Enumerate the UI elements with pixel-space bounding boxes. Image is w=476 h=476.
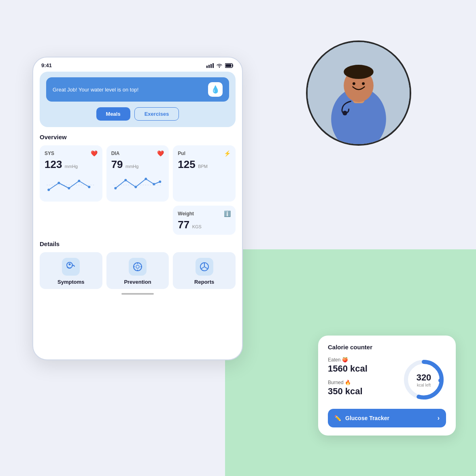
wifi-icon: [216, 63, 223, 68]
glucose-btn-label: Glucose Tracker: [345, 415, 389, 421]
svg-point-18: [68, 187, 70, 189]
burned-value: 350 kcal: [328, 386, 402, 397]
dia-card: DIA ❤️ 79 mmHg: [106, 145, 169, 202]
svg-point-16: [47, 189, 50, 191]
details-title: Details: [40, 240, 236, 247]
weight-info-icon: ℹ️: [224, 210, 231, 217]
svg-point-25: [144, 178, 147, 180]
prevention-card[interactable]: Prevention: [106, 252, 169, 289]
overview-grid: SYS ❤️ 123 mmHg: [40, 145, 236, 235]
svg-rect-9: [208, 65, 210, 68]
time-display: 9:41: [41, 62, 52, 68]
svg-point-31: [136, 265, 139, 268]
battery-icon: [225, 63, 234, 68]
reports-icon: [196, 258, 213, 276]
reports-label: Reports: [194, 279, 214, 285]
sys-value: 123: [45, 158, 62, 170]
svg-point-5: [353, 82, 355, 85]
pulse-icon: ⚡: [224, 150, 231, 157]
sys-heart-icon: ❤️: [91, 150, 98, 157]
donut-center: 320 kcal left: [416, 372, 431, 387]
dia-unit: mmHg: [125, 164, 138, 169]
phone-mockup: 9:41 Gr: [32, 57, 243, 360]
weight-value: 77: [178, 219, 189, 231]
notification-icon: 💧: [208, 82, 223, 97]
svg-point-26: [153, 183, 155, 185]
overview-title: Overview: [40, 134, 236, 140]
weight-unit: KGS: [192, 224, 202, 229]
svg-point-29: [69, 264, 71, 266]
burned-row: Burned 🔥 350 kcal: [328, 380, 402, 397]
details-grid: Symptoms Prevention: [40, 252, 236, 289]
pul-value: 125: [178, 158, 195, 170]
prevention-icon: [129, 258, 147, 276]
svg-point-12: [219, 66, 220, 67]
calorie-stats: Eaten 🍑 1560 kcal Burned 🔥 350 kcal: [328, 357, 402, 402]
calorie-title: Calorie counter: [328, 344, 446, 351]
svg-point-4: [344, 65, 374, 79]
symptoms-card[interactable]: Symptoms: [40, 252, 102, 289]
signal-icon: [206, 63, 214, 68]
svg-point-27: [159, 181, 161, 183]
dia-chart: [111, 173, 164, 197]
weight-card: Weight ℹ️ 77 KGS: [173, 206, 236, 235]
phone-header: Great Job! Your water level is on top! 💧…: [40, 72, 236, 127]
symptoms-label: Symptoms: [57, 279, 84, 285]
sys-chart: [45, 173, 98, 197]
doctor-photo: [306, 40, 411, 146]
eaten-row: Eaten 🍑 1560 kcal: [328, 357, 402, 374]
svg-point-39: [438, 378, 442, 382]
tab-row: Meals Exercises: [46, 107, 229, 121]
notification-banner: Great Job! Your water level is on top! 💧: [46, 77, 229, 102]
eaten-label: Eaten 🍑: [328, 357, 402, 363]
dia-label: DIA: [111, 151, 120, 156]
notification-text: Great Job! Your water level is on top!: [53, 87, 208, 93]
prevention-label: Prevention: [124, 279, 151, 285]
sys-unit: mmHg: [65, 164, 78, 169]
pul-unit: BPM: [198, 164, 208, 169]
meals-tab[interactable]: Meals: [96, 107, 130, 121]
calorie-card: Calorie counter Eaten 🍑 1560 kcal Burned…: [318, 336, 456, 436]
dia-value: 79: [111, 158, 123, 170]
exercises-tab[interactable]: Exercises: [134, 107, 179, 121]
eaten-value: 1560 kcal: [328, 363, 402, 374]
calorie-content: Eaten 🍑 1560 kcal Burned 🔥 350 kcal: [328, 357, 446, 402]
status-icons: [206, 63, 234, 68]
status-bar: 9:41: [33, 57, 242, 70]
svg-rect-8: [206, 66, 208, 68]
pul-card: Pul ⚡ 125 BPM: [173, 145, 236, 202]
svg-rect-14: [226, 64, 232, 67]
svg-point-6: [362, 82, 365, 85]
svg-point-20: [88, 186, 90, 188]
sys-card: SYS ❤️ 123 mmHg: [40, 145, 102, 202]
svg-point-24: [134, 186, 137, 188]
svg-point-7: [342, 110, 347, 115]
home-indicator: [121, 293, 154, 295]
svg-rect-10: [210, 64, 212, 68]
phone-body: Overview SYS ❤️ 123 mmHg: [33, 127, 242, 295]
remaining-value: 320: [416, 372, 431, 383]
burned-label: Burned 🔥: [328, 380, 402, 385]
glucose-tracker-button[interactable]: ✏️ Glucose Tracker ›: [328, 409, 446, 427]
glucose-chevron-icon: ›: [438, 414, 440, 422]
pul-label: Pul: [178, 151, 185, 156]
sys-label: SYS: [45, 151, 54, 156]
reports-card[interactable]: Reports: [173, 252, 236, 289]
dia-heart-icon: ❤️: [157, 150, 164, 157]
svg-point-17: [57, 182, 60, 184]
glucose-pencil-icon: ✏️: [334, 415, 341, 421]
remaining-unit: kcal left: [416, 383, 431, 387]
svg-rect-11: [212, 63, 214, 68]
svg-point-22: [114, 187, 117, 189]
donut-chart: 320 kcal left: [402, 357, 446, 402]
svg-point-19: [78, 180, 80, 182]
symptoms-icon: [62, 258, 80, 276]
svg-point-23: [124, 179, 127, 181]
weight-label: Weight: [178, 211, 194, 217]
